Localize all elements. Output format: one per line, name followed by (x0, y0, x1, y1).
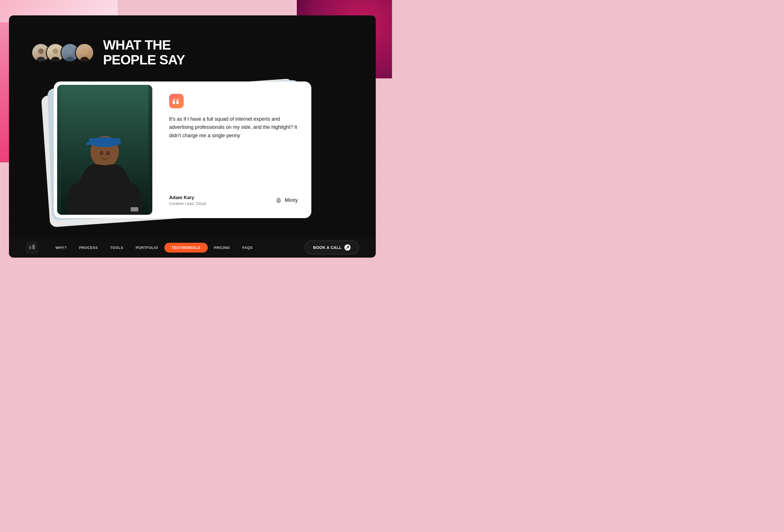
nav-item-testimonials[interactable]: TESTIMONIALS (164, 243, 208, 253)
testimonial-photo: JUSTICE (57, 85, 152, 215)
svg-point-1 (53, 49, 58, 54)
book-call-button[interactable]: BOOK A CALL (305, 241, 359, 254)
card-footer: Adam Kary Creative Lead, Cloud Minty (169, 195, 298, 206)
bottom-nav: WHY? PROCESS TOOLS PORTFOLIO TESTIMONIAL… (9, 237, 376, 258)
svg-point-2 (67, 49, 73, 54)
svg-rect-18 (32, 245, 35, 249)
testimonial-card: JUSTICE (54, 82, 311, 218)
minty-icon (275, 196, 282, 204)
avatar-group (31, 43, 94, 62)
nav-items: WHY? PROCESS TOOLS PORTFOLIO TESTIMONIAL… (49, 243, 305, 253)
nav-logo[interactable] (26, 241, 38, 254)
person-role: Creative Lead, Cloud (169, 201, 206, 206)
svg-point-14 (100, 151, 103, 155)
company-name: Minty (285, 197, 298, 203)
nav-item-portfolio[interactable]: PORTFOLIO (129, 243, 164, 253)
avatar (75, 43, 94, 62)
svg-rect-17 (29, 246, 31, 249)
section-title: WHAT THE PEOPLE SAY (103, 38, 185, 67)
arrow-icon (344, 245, 351, 251)
testimonial-content: It's as if I have a full squad of intern… (156, 82, 311, 218)
svg-rect-13 (86, 142, 103, 145)
quote-icon (169, 94, 184, 108)
svg-point-15 (106, 151, 110, 155)
nav-item-faqs[interactable]: FAQs (236, 243, 259, 253)
svg-point-3 (82, 49, 87, 54)
main-panel: WHAT THE PEOPLE SAY (9, 16, 376, 258)
nav-item-tools[interactable]: TOOLS (104, 243, 129, 253)
testimonial-card-area: JUSTICE (31, 79, 353, 230)
section-header: WHAT THE PEOPLE SAY (31, 38, 353, 67)
nav-item-process[interactable]: PROCESS (73, 243, 104, 253)
book-call-label: BOOK A CALL (313, 245, 342, 250)
company-logo: Minty (275, 196, 298, 204)
svg-point-0 (38, 49, 44, 54)
person-info: Adam Kary Creative Lead, Cloud (169, 195, 206, 206)
person-name: Adam Kary (169, 195, 206, 200)
nav-item-pricing[interactable]: Pricing (208, 243, 236, 253)
testimonial-quote: It's as if I have a full squad of intern… (169, 115, 298, 140)
nav-item-why[interactable]: WHY? (49, 243, 73, 253)
svg-rect-16 (131, 207, 138, 212)
